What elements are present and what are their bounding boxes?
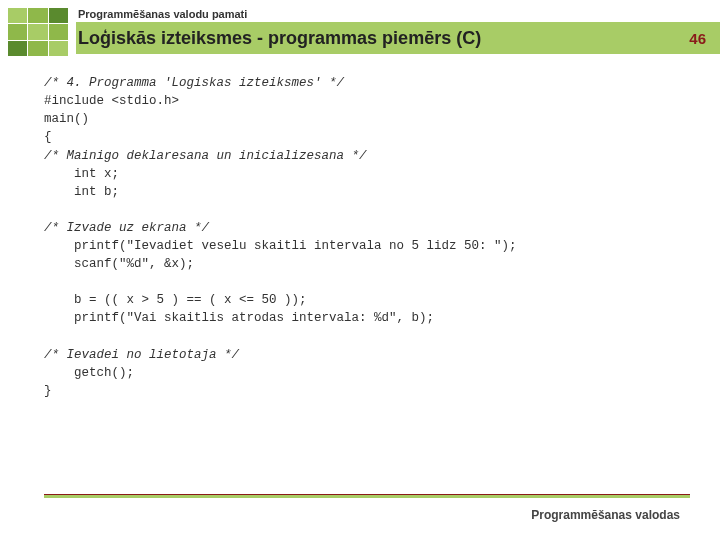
code-block-2: /* Izvade uz ekrana */ printf("Ievadiet … [44, 219, 720, 273]
code-line: /* Ievadei no lietotaja */ [44, 346, 720, 364]
code-line: #include <stdio.h> [44, 92, 720, 110]
code-block-1: /* 4. Programma 'Logiskas izteiksmes' */… [44, 74, 720, 201]
footer-text: Programmēšanas valodas [531, 508, 680, 522]
code-line: printf("Ievadiet veselu skaitli interval… [44, 237, 720, 255]
code-line: int x; [44, 165, 720, 183]
header-text-block: Programmēšanas valodu pamati Loģiskās iz… [76, 6, 720, 54]
code-content: /* 4. Programma 'Logiskas izteiksmes' */… [0, 56, 720, 400]
title-bar: Loģiskās izteiksmes - programmas piemērs… [76, 22, 720, 54]
code-line: /* Izvade uz ekrana */ [44, 219, 720, 237]
code-line: printf("Vai skaitlis atrodas intervala: … [44, 309, 720, 327]
slide-header: Programmēšanas valodu pamati Loģiskās iz… [0, 0, 720, 56]
code-line: b = (( x > 5 ) == ( x <= 50 )); [44, 291, 720, 309]
code-line: scanf("%d", &x); [44, 255, 720, 273]
code-block-3: b = (( x > 5 ) == ( x <= 50 )); printf("… [44, 291, 720, 327]
code-line: { [44, 128, 720, 146]
code-line: } [44, 382, 720, 400]
code-line: int b; [44, 183, 720, 201]
code-block-4: /* Ievadei no lietotaja */ getch(); } [44, 346, 720, 400]
slide-title: Loģiskās izteiksmes - programmas piemērs… [78, 28, 481, 49]
course-name: Programmēšanas valodu pamati [76, 6, 720, 22]
code-line: main() [44, 110, 720, 128]
logo-icon [8, 8, 68, 56]
code-line: getch(); [44, 364, 720, 382]
code-line: /* 4. Programma 'Logiskas izteiksmes' */ [44, 74, 720, 92]
footer-divider [44, 494, 690, 498]
code-line: /* Mainigo deklaresana un inicializesana… [44, 147, 720, 165]
slide-number: 46 [689, 30, 710, 47]
